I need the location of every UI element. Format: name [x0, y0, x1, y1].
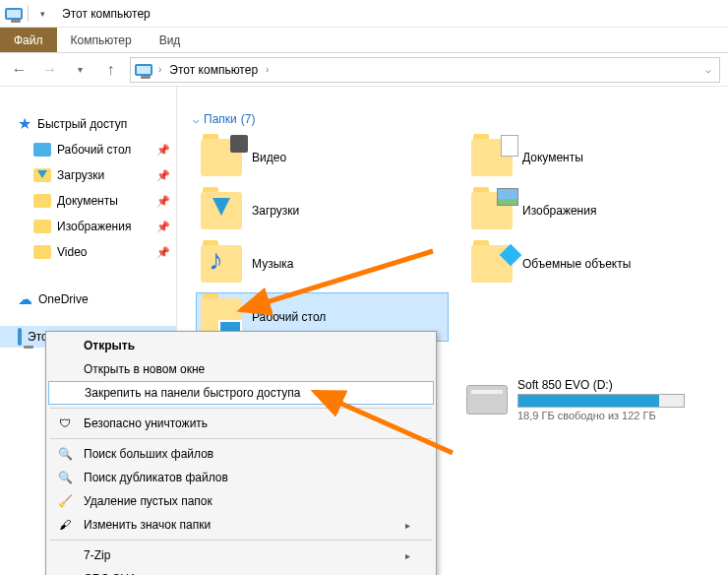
- breadcrumb-chevron-icon[interactable]: ›: [266, 64, 269, 75]
- context-menu: Открыть Открыть в новом окне Закрепить н…: [45, 331, 437, 575]
- folder-video[interactable]: Видео: [197, 134, 448, 181]
- sidebar-item-label: Документы: [57, 194, 118, 208]
- ctx-find-duplicates[interactable]: 🔍Поиск дубликатов файлов: [48, 466, 434, 489]
- ctx-open-new-window[interactable]: Открыть в новом окне: [48, 357, 434, 381]
- drive-icon: [466, 385, 508, 415]
- pin-icon: 📌: [156, 246, 170, 259]
- chevron-down-icon: ⌵: [193, 113, 200, 126]
- ctx-crc-sha[interactable]: CRC SHA▸: [48, 567, 434, 575]
- sidebar-item-pictures[interactable]: Изображения 📌: [0, 214, 176, 239]
- folder-icon: [33, 218, 51, 235]
- sidebar-item-label: Загрузки: [57, 168, 104, 182]
- pin-icon: 📌: [156, 144, 170, 157]
- ctx-change-icon[interactable]: 🖌Изменить значок папки▸: [48, 513, 434, 537]
- downloads-folder-icon: [201, 192, 242, 229]
- forward-button[interactable]: →: [38, 58, 61, 82]
- drive-usage-bar: [517, 394, 685, 408]
- section-folders[interactable]: ⌵ Папки (7): [193, 112, 718, 126]
- folder-label: Видео: [252, 151, 286, 164]
- address-bar[interactable]: › Этот компьютер › ⌵: [130, 57, 720, 83]
- folder-documents[interactable]: Документы: [467, 134, 718, 181]
- paint-icon: 🖌: [56, 518, 74, 532]
- folder-pictures[interactable]: Изображения: [467, 187, 718, 234]
- breadcrumb-chevron-icon[interactable]: ›: [158, 64, 161, 75]
- tab-view[interactable]: Вид: [146, 28, 195, 52]
- drive-free-text: 18,9 ГБ свободно из 122 ГБ: [517, 410, 685, 421]
- pin-icon: 📌: [156, 195, 170, 208]
- titlebar: ▾ Этот компьютер: [0, 0, 728, 28]
- ctx-find-big-files[interactable]: 🔍Поиск больших файлов: [48, 442, 434, 466]
- 3dobjects-folder-icon: [471, 245, 513, 283]
- ctx-pin-quick-access[interactable]: Закрепить на панели быстрого доступа: [48, 381, 434, 405]
- folder-label: Изображения: [522, 204, 596, 218]
- titlebar-separator: [28, 6, 29, 22]
- quick-access-header[interactable]: ★ Быстрый доступ: [0, 110, 176, 137]
- drive-info: Soft 850 EVO (D:) 18,9 ГБ свободно из 12…: [517, 378, 685, 421]
- pictures-folder-icon: [471, 192, 513, 229]
- sidebar-item-desktop[interactable]: Рабочий стол 📌: [0, 137, 176, 162]
- sidebar-item-label: Рабочий стол: [57, 143, 131, 157]
- folder-label: Объемные объекты: [522, 257, 631, 271]
- navbar: ← → ▾ ↑ › Этот компьютер › ⌵: [0, 53, 728, 87]
- folder-icon: [33, 166, 51, 184]
- pin-icon: 📌: [156, 169, 170, 182]
- qat-dropdown-icon[interactable]: ▾: [32, 4, 52, 24]
- broom-icon: 🧹: [56, 494, 74, 508]
- sidebar-item-label: Изображения: [57, 220, 131, 233]
- folder-label: Документы: [522, 151, 583, 164]
- ctx-separator: [50, 408, 432, 409]
- sidebar-item-documents[interactable]: Документы 📌: [0, 188, 176, 214]
- sidebar-item-video[interactable]: Video 📌: [0, 239, 176, 265]
- folder-label: Музыка: [252, 257, 293, 271]
- star-icon: ★: [18, 114, 31, 133]
- cloud-icon: ☁: [18, 290, 32, 308]
- folder-music[interactable]: Музыка: [197, 240, 448, 288]
- sidebar-onedrive[interactable]: ☁ OneDrive: [0, 287, 176, 312]
- drive-name: Soft 850 EVO (D:): [517, 378, 685, 392]
- music-folder-icon: [201, 245, 242, 283]
- section-folders-count: (7): [241, 112, 256, 126]
- ctx-separator: [50, 438, 432, 439]
- shred-icon: 🛡: [56, 416, 74, 430]
- ctx-secure-delete[interactable]: 🛡Безопасно уничтожить: [48, 412, 434, 435]
- tab-computer[interactable]: Компьютер: [57, 28, 146, 52]
- ctx-open[interactable]: Открыть: [48, 334, 434, 357]
- chevron-right-icon: ▸: [405, 550, 410, 561]
- address-pc-icon: [135, 64, 152, 76]
- folder-grid: Видео Документы Загрузки Изображения Муз…: [187, 134, 718, 341]
- section-folders-label: Папки: [204, 112, 237, 126]
- tab-file[interactable]: Файл: [0, 28, 57, 52]
- folder-label: Рабочий стол: [252, 310, 326, 324]
- documents-folder-icon: [471, 139, 513, 176]
- pc-icon: [4, 4, 24, 24]
- ctx-delete-empty[interactable]: 🧹Удаление пустых папок: [48, 489, 434, 513]
- folder-3dobjects[interactable]: Объемные объекты: [467, 240, 718, 288]
- history-dropdown[interactable]: ▾: [69, 58, 91, 82]
- back-button[interactable]: ←: [8, 58, 30, 82]
- sidebar-item-downloads[interactable]: Загрузки 📌: [0, 162, 176, 188]
- quick-access-label: Быстрый доступ: [37, 117, 127, 131]
- drive-item[interactable]: Soft 850 EVO (D:) 18,9 ГБ свободно из 12…: [462, 374, 718, 425]
- chevron-right-icon: ▸: [405, 520, 410, 531]
- up-button[interactable]: ↑: [99, 58, 122, 82]
- window-title: Этот компьютер: [56, 7, 151, 21]
- duplicate-icon: 🔍: [56, 471, 74, 484]
- folder-label: Загрузки: [252, 204, 299, 218]
- breadcrumb-root[interactable]: Этот компьютер: [167, 63, 260, 77]
- address-dropdown-icon[interactable]: ⌵: [701, 64, 715, 75]
- folder-icon: [33, 141, 51, 159]
- pin-icon: 📌: [156, 221, 170, 233]
- sidebar-item-label: Video: [57, 245, 87, 259]
- search-icon: 🔍: [56, 447, 74, 461]
- folder-downloads[interactable]: Загрузки: [197, 187, 448, 234]
- ctx-7zip[interactable]: 7-Zip▸: [48, 543, 434, 567]
- folder-icon: [33, 243, 51, 261]
- folder-icon: [33, 192, 51, 210]
- ctx-separator: [50, 540, 432, 541]
- ribbon: Файл Компьютер Вид: [0, 28, 728, 53]
- onedrive-label: OneDrive: [38, 292, 89, 306]
- video-folder-icon: [201, 139, 242, 176]
- pc-icon: [18, 330, 22, 344]
